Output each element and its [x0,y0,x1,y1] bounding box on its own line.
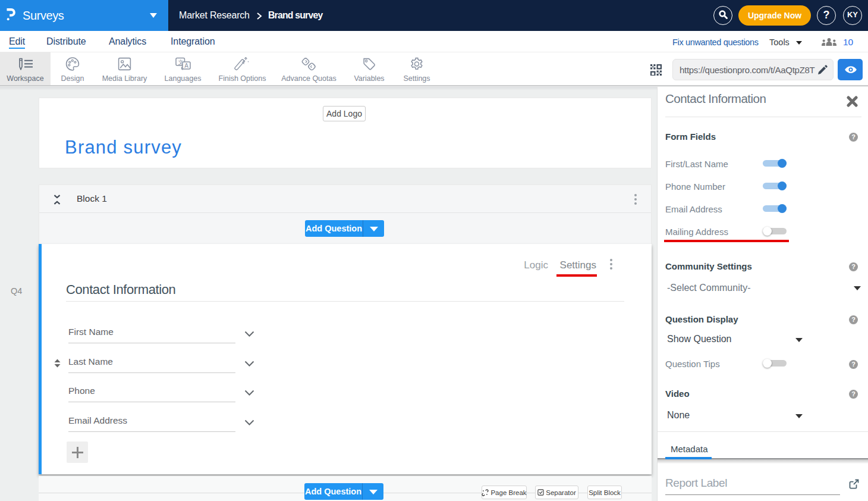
svg-text:A: A [184,62,188,69]
